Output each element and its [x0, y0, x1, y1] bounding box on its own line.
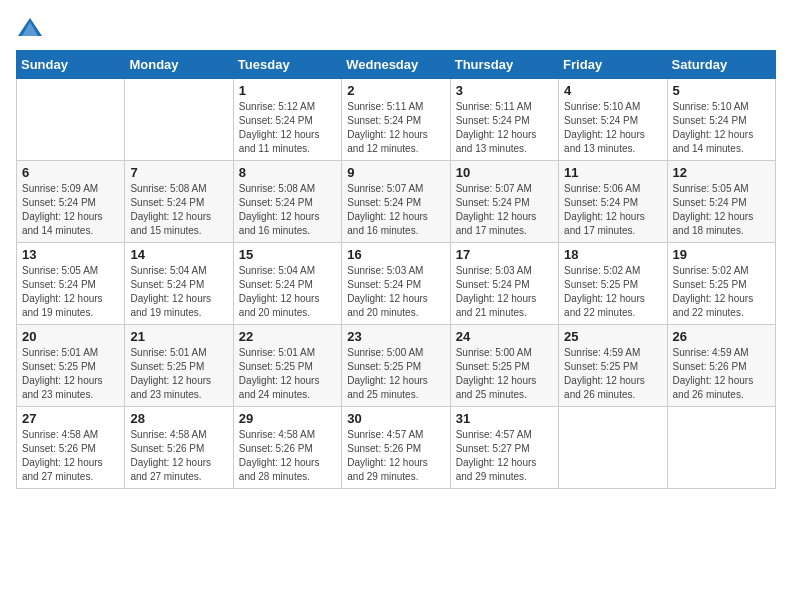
- day-detail: Sunrise: 4:59 AM Sunset: 5:25 PM Dayligh…: [564, 346, 661, 402]
- day-detail: Sunrise: 5:08 AM Sunset: 5:24 PM Dayligh…: [130, 182, 227, 238]
- calendar-header-row: SundayMondayTuesdayWednesdayThursdayFrid…: [17, 51, 776, 79]
- day-detail: Sunrise: 4:58 AM Sunset: 5:26 PM Dayligh…: [130, 428, 227, 484]
- calendar-cell: [667, 407, 775, 489]
- day-number: 1: [239, 83, 336, 98]
- day-detail: Sunrise: 5:00 AM Sunset: 5:25 PM Dayligh…: [456, 346, 553, 402]
- calendar-cell: 15Sunrise: 5:04 AM Sunset: 5:24 PM Dayli…: [233, 243, 341, 325]
- day-detail: Sunrise: 5:06 AM Sunset: 5:24 PM Dayligh…: [564, 182, 661, 238]
- day-number: 29: [239, 411, 336, 426]
- day-number: 26: [673, 329, 770, 344]
- calendar-cell: 28Sunrise: 4:58 AM Sunset: 5:26 PM Dayli…: [125, 407, 233, 489]
- day-detail: Sunrise: 5:11 AM Sunset: 5:24 PM Dayligh…: [456, 100, 553, 156]
- day-number: 24: [456, 329, 553, 344]
- calendar-cell: 30Sunrise: 4:57 AM Sunset: 5:26 PM Dayli…: [342, 407, 450, 489]
- day-detail: Sunrise: 5:05 AM Sunset: 5:24 PM Dayligh…: [673, 182, 770, 238]
- logo: [16, 16, 48, 38]
- day-number: 22: [239, 329, 336, 344]
- day-detail: Sunrise: 5:00 AM Sunset: 5:25 PM Dayligh…: [347, 346, 444, 402]
- day-number: 4: [564, 83, 661, 98]
- day-number: 14: [130, 247, 227, 262]
- day-number: 8: [239, 165, 336, 180]
- calendar-cell: 29Sunrise: 4:58 AM Sunset: 5:26 PM Dayli…: [233, 407, 341, 489]
- day-number: 25: [564, 329, 661, 344]
- day-detail: Sunrise: 5:08 AM Sunset: 5:24 PM Dayligh…: [239, 182, 336, 238]
- day-detail: Sunrise: 5:02 AM Sunset: 5:25 PM Dayligh…: [564, 264, 661, 320]
- calendar-cell: 8Sunrise: 5:08 AM Sunset: 5:24 PM Daylig…: [233, 161, 341, 243]
- day-detail: Sunrise: 4:58 AM Sunset: 5:26 PM Dayligh…: [22, 428, 119, 484]
- day-number: 30: [347, 411, 444, 426]
- day-number: 23: [347, 329, 444, 344]
- day-detail: Sunrise: 5:10 AM Sunset: 5:24 PM Dayligh…: [564, 100, 661, 156]
- day-detail: Sunrise: 5:04 AM Sunset: 5:24 PM Dayligh…: [239, 264, 336, 320]
- logo-icon: [16, 16, 44, 38]
- day-detail: Sunrise: 5:12 AM Sunset: 5:24 PM Dayligh…: [239, 100, 336, 156]
- calendar-header-tuesday: Tuesday: [233, 51, 341, 79]
- calendar-cell: 31Sunrise: 4:57 AM Sunset: 5:27 PM Dayli…: [450, 407, 558, 489]
- calendar-cell: [125, 79, 233, 161]
- calendar-cell: 11Sunrise: 5:06 AM Sunset: 5:24 PM Dayli…: [559, 161, 667, 243]
- calendar-header-monday: Monday: [125, 51, 233, 79]
- day-number: 11: [564, 165, 661, 180]
- day-detail: Sunrise: 5:01 AM Sunset: 5:25 PM Dayligh…: [22, 346, 119, 402]
- page-header: [16, 16, 776, 38]
- calendar-cell: 6Sunrise: 5:09 AM Sunset: 5:24 PM Daylig…: [17, 161, 125, 243]
- day-number: 6: [22, 165, 119, 180]
- day-number: 3: [456, 83, 553, 98]
- calendar-header-thursday: Thursday: [450, 51, 558, 79]
- calendar-cell: 18Sunrise: 5:02 AM Sunset: 5:25 PM Dayli…: [559, 243, 667, 325]
- day-number: 9: [347, 165, 444, 180]
- calendar-cell: 19Sunrise: 5:02 AM Sunset: 5:25 PM Dayli…: [667, 243, 775, 325]
- calendar-cell: 27Sunrise: 4:58 AM Sunset: 5:26 PM Dayli…: [17, 407, 125, 489]
- calendar-cell: 1Sunrise: 5:12 AM Sunset: 5:24 PM Daylig…: [233, 79, 341, 161]
- calendar-cell: 13Sunrise: 5:05 AM Sunset: 5:24 PM Dayli…: [17, 243, 125, 325]
- calendar-week-row: 27Sunrise: 4:58 AM Sunset: 5:26 PM Dayli…: [17, 407, 776, 489]
- calendar-cell: 7Sunrise: 5:08 AM Sunset: 5:24 PM Daylig…: [125, 161, 233, 243]
- calendar-table: SundayMondayTuesdayWednesdayThursdayFrid…: [16, 50, 776, 489]
- calendar-cell: 3Sunrise: 5:11 AM Sunset: 5:24 PM Daylig…: [450, 79, 558, 161]
- day-number: 19: [673, 247, 770, 262]
- calendar-cell: [559, 407, 667, 489]
- day-number: 10: [456, 165, 553, 180]
- day-detail: Sunrise: 4:59 AM Sunset: 5:26 PM Dayligh…: [673, 346, 770, 402]
- calendar-cell: 9Sunrise: 5:07 AM Sunset: 5:24 PM Daylig…: [342, 161, 450, 243]
- calendar-week-row: 1Sunrise: 5:12 AM Sunset: 5:24 PM Daylig…: [17, 79, 776, 161]
- calendar-week-row: 6Sunrise: 5:09 AM Sunset: 5:24 PM Daylig…: [17, 161, 776, 243]
- calendar-cell: 10Sunrise: 5:07 AM Sunset: 5:24 PM Dayli…: [450, 161, 558, 243]
- day-number: 2: [347, 83, 444, 98]
- day-detail: Sunrise: 5:02 AM Sunset: 5:25 PM Dayligh…: [673, 264, 770, 320]
- day-detail: Sunrise: 4:57 AM Sunset: 5:27 PM Dayligh…: [456, 428, 553, 484]
- day-number: 20: [22, 329, 119, 344]
- day-detail: Sunrise: 5:07 AM Sunset: 5:24 PM Dayligh…: [347, 182, 444, 238]
- day-number: 21: [130, 329, 227, 344]
- day-number: 16: [347, 247, 444, 262]
- calendar-cell: 21Sunrise: 5:01 AM Sunset: 5:25 PM Dayli…: [125, 325, 233, 407]
- day-detail: Sunrise: 5:03 AM Sunset: 5:24 PM Dayligh…: [456, 264, 553, 320]
- calendar-cell: 20Sunrise: 5:01 AM Sunset: 5:25 PM Dayli…: [17, 325, 125, 407]
- day-detail: Sunrise: 5:10 AM Sunset: 5:24 PM Dayligh…: [673, 100, 770, 156]
- calendar-cell: 24Sunrise: 5:00 AM Sunset: 5:25 PM Dayli…: [450, 325, 558, 407]
- day-detail: Sunrise: 4:58 AM Sunset: 5:26 PM Dayligh…: [239, 428, 336, 484]
- calendar-cell: 12Sunrise: 5:05 AM Sunset: 5:24 PM Dayli…: [667, 161, 775, 243]
- day-detail: Sunrise: 5:04 AM Sunset: 5:24 PM Dayligh…: [130, 264, 227, 320]
- day-number: 12: [673, 165, 770, 180]
- day-detail: Sunrise: 5:01 AM Sunset: 5:25 PM Dayligh…: [239, 346, 336, 402]
- calendar-cell: 25Sunrise: 4:59 AM Sunset: 5:25 PM Dayli…: [559, 325, 667, 407]
- day-number: 28: [130, 411, 227, 426]
- day-detail: Sunrise: 5:11 AM Sunset: 5:24 PM Dayligh…: [347, 100, 444, 156]
- day-number: 17: [456, 247, 553, 262]
- day-number: 18: [564, 247, 661, 262]
- day-detail: Sunrise: 5:09 AM Sunset: 5:24 PM Dayligh…: [22, 182, 119, 238]
- calendar-cell: 16Sunrise: 5:03 AM Sunset: 5:24 PM Dayli…: [342, 243, 450, 325]
- day-number: 7: [130, 165, 227, 180]
- day-number: 31: [456, 411, 553, 426]
- calendar-header-sunday: Sunday: [17, 51, 125, 79]
- day-detail: Sunrise: 5:07 AM Sunset: 5:24 PM Dayligh…: [456, 182, 553, 238]
- calendar-cell: 17Sunrise: 5:03 AM Sunset: 5:24 PM Dayli…: [450, 243, 558, 325]
- calendar-cell: [17, 79, 125, 161]
- calendar-week-row: 20Sunrise: 5:01 AM Sunset: 5:25 PM Dayli…: [17, 325, 776, 407]
- calendar-cell: 4Sunrise: 5:10 AM Sunset: 5:24 PM Daylig…: [559, 79, 667, 161]
- day-number: 15: [239, 247, 336, 262]
- calendar-cell: 22Sunrise: 5:01 AM Sunset: 5:25 PM Dayli…: [233, 325, 341, 407]
- calendar-header-wednesday: Wednesday: [342, 51, 450, 79]
- calendar-header-saturday: Saturday: [667, 51, 775, 79]
